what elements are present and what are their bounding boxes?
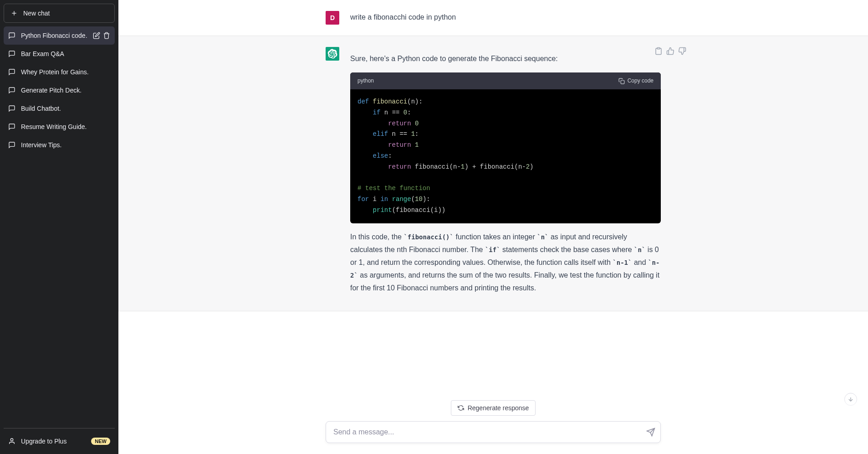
sidebar-item[interactable]: Python Fibonacci code.	[4, 26, 115, 45]
new-chat-label: New chat	[23, 10, 50, 17]
chat-icon	[8, 87, 15, 94]
clipboard-icon	[618, 78, 625, 84]
sidebar-item-label: Resume Writing Guide.	[21, 123, 110, 130]
chat-icon	[8, 123, 15, 130]
sidebar: New chat Python Fibonacci code.Bar Exam …	[0, 0, 118, 454]
refresh-icon	[458, 405, 464, 411]
new-badge: NEW	[91, 438, 110, 445]
svg-rect-4	[657, 48, 660, 49]
svg-point-2	[10, 439, 13, 441]
sidebar-item[interactable]: Resume Writing Guide.	[4, 118, 115, 136]
user-message-row: D write a fibonacchi code in python	[118, 0, 868, 36]
regenerate-button[interactable]: Regenerate response	[451, 400, 536, 416]
chat-icon	[8, 105, 15, 112]
chat-icon	[8, 32, 15, 39]
chat-icon	[8, 68, 15, 76]
message-input[interactable]	[326, 421, 661, 443]
assistant-message-actions	[654, 47, 686, 55]
upgrade-button[interactable]: Upgrade to Plus NEW	[4, 432, 115, 450]
bottom-input-area: Regenerate response	[118, 393, 868, 454]
regenerate-label: Regenerate response	[468, 404, 529, 412]
plus-icon	[10, 10, 18, 17]
sidebar-item-label: Bar Exam Q&A	[21, 50, 110, 57]
openai-logo-icon	[327, 49, 337, 59]
sidebar-item-label: Whey Protein for Gains.	[21, 68, 110, 76]
user-avatar: D	[326, 11, 339, 25]
messages-scroll[interactable]: D write a fibonacchi code in python Sure…	[118, 0, 868, 454]
edit-icon[interactable]	[93, 32, 100, 39]
chat-icon	[8, 50, 15, 57]
copy-code-label: Copy code	[628, 76, 654, 86]
message-input-row	[318, 421, 668, 443]
conversation-list: Python Fibonacci code.Bar Exam Q&AWhey P…	[4, 26, 115, 428]
chat-icon	[8, 141, 15, 149]
user-message-text: write a fibonacchi code in python	[350, 11, 661, 25]
assistant-message-row: Sure, here's a Python code to generate t…	[118, 36, 868, 311]
code-header: python Copy code	[350, 72, 661, 89]
sidebar-item[interactable]: Interview Tips.	[4, 136, 115, 154]
code-language-label: python	[357, 76, 374, 86]
main-panel: D write a fibonacchi code in python Sure…	[118, 0, 868, 454]
assistant-intro-text: Sure, here's a Python code to generate t…	[350, 52, 661, 65]
sidebar-item-label: Python Fibonacci code.	[21, 32, 87, 39]
code-block: python Copy code def fibonacci(n): if n …	[350, 72, 661, 223]
sidebar-item[interactable]: Bar Exam Q&A	[4, 45, 115, 63]
new-chat-button[interactable]: New chat	[4, 4, 115, 23]
upgrade-label: Upgrade to Plus	[21, 438, 66, 445]
sidebar-item[interactable]: Generate Pitch Deck.	[4, 81, 115, 99]
sidebar-item[interactable]: Build Chatbot.	[4, 99, 115, 118]
user-icon	[8, 438, 15, 445]
send-icon[interactable]	[646, 428, 655, 437]
code-body: def fibonacci(n): if n == 0: return 0 el…	[350, 89, 661, 223]
thumbs-up-icon[interactable]	[666, 47, 674, 55]
trash-icon[interactable]	[103, 32, 110, 39]
svg-rect-3	[621, 80, 624, 84]
assistant-explanation: In this code, the `fibonacci()` function…	[350, 231, 661, 294]
thumbs-down-icon[interactable]	[678, 47, 686, 55]
sidebar-item-label: Generate Pitch Deck.	[21, 87, 110, 94]
assistant-avatar	[326, 47, 339, 61]
sidebar-item-label: Interview Tips.	[21, 141, 110, 149]
clipboard-icon[interactable]	[654, 47, 663, 55]
assistant-message-body: Sure, here's a Python code to generate t…	[350, 47, 661, 300]
copy-code-button[interactable]: Copy code	[618, 76, 654, 86]
sidebar-item-label: Build Chatbot.	[21, 105, 110, 112]
sidebar-footer: Upgrade to Plus NEW	[4, 428, 115, 450]
sidebar-item[interactable]: Whey Protein for Gains.	[4, 63, 115, 81]
